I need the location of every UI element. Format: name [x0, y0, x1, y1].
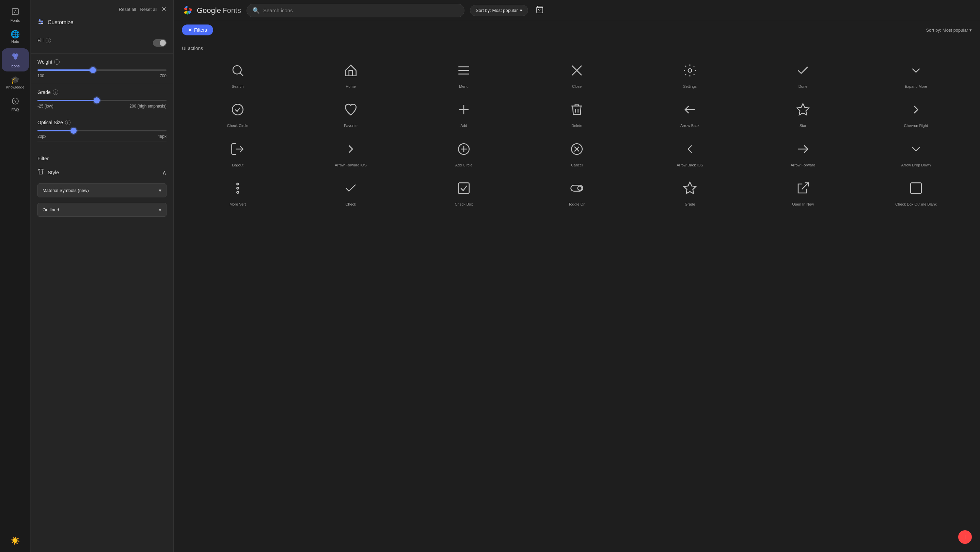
icon-glyph-star [796, 102, 810, 119]
icon-cell-star[interactable]: Star [747, 96, 859, 133]
icons-area: UI actions Search Home Menu Close Settin… [173, 39, 980, 552]
icon-cell-open-in-new[interactable]: Open In New [747, 174, 859, 212]
optical-size-label: Optical Size i [37, 120, 167, 125]
icon-cell-search[interactable]: Search [182, 57, 294, 94]
icon-glyph-check-box [457, 181, 471, 198]
filters-button[interactable]: ✕ Filters [182, 24, 213, 35]
variant-dropdown[interactable]: Outlined ▾ [37, 203, 167, 217]
sort-dropdown[interactable]: Sort by: Most popular ▾ [470, 5, 528, 16]
svg-rect-43 [910, 183, 921, 194]
help-icon: ? [11, 97, 19, 106]
fill-toggle[interactable] [153, 39, 167, 47]
icon-cell-check-box-outline-blank[interactable]: Check Box Outline Blank [860, 174, 972, 212]
icon-cell-arrow-back[interactable]: Arrow Back [634, 96, 746, 133]
icon-glyph-home [344, 63, 358, 80]
icon-label-close: Close [572, 84, 582, 89]
panel-header-actions: Reset all Reset all ✕ [119, 5, 167, 13]
icon-cell-favorite[interactable]: Favorite [295, 96, 407, 133]
svg-text:A: A [14, 10, 16, 14]
fill-info-icon[interactable]: i [46, 38, 51, 43]
optical-size-slider-thumb[interactable] [70, 128, 76, 134]
icon-cell-menu[interactable]: Menu [408, 57, 520, 94]
grade-section: Grade i -25 (low) 200 (high emphasis) [31, 84, 173, 114]
rail-item-faq[interactable]: ? FAQ [2, 94, 29, 115]
icon-cell-more-vert[interactable]: More Vert [182, 174, 294, 212]
rail-item-knowledge-label: Knowledge [6, 85, 24, 89]
icons-nav-icon [11, 52, 20, 63]
icon-label-add-circle: Add Circle [455, 163, 473, 167]
icon-glyph-settings [683, 63, 697, 80]
rail-item-icons[interactable]: Icons [2, 48, 29, 71]
icon-cell-delete[interactable]: Delete [521, 96, 633, 133]
search-input[interactable] [263, 8, 459, 13]
icon-glyph-menu [457, 63, 471, 80]
svg-point-22 [232, 105, 243, 115]
rail-item-fonts[interactable]: A Fonts [2, 4, 29, 26]
rail-item-knowledge[interactable]: 🎓 Knowledge [2, 73, 29, 92]
icon-cell-arrow-drop-down[interactable]: Arrow Drop Down [860, 135, 972, 173]
svg-point-14 [233, 66, 242, 74]
grade-slider-thumb[interactable] [94, 97, 100, 103]
weight-slider-thumb[interactable] [90, 67, 96, 73]
sort-secondary[interactable]: Sort by: Most popular ▾ [926, 28, 972, 33]
icon-cell-home[interactable]: Home [295, 57, 407, 94]
weight-range: 100 700 [37, 73, 167, 78]
icon-cell-arrow-forward-ios[interactable]: Arrow Forward iOS [295, 135, 407, 173]
icon-glyph-logout [231, 142, 245, 159]
icon-cell-cancel[interactable]: Cancel [521, 135, 633, 173]
svg-line-42 [802, 183, 808, 189]
optical-size-slider-track[interactable] [37, 130, 167, 132]
sun-icon: ☀️ [11, 537, 20, 544]
grade-info-icon[interactable]: i [53, 89, 58, 95]
reset-all-button[interactable]: Reset all [119, 7, 136, 12]
icon-cell-grade[interactable]: Grade [634, 174, 746, 212]
alert-button[interactable]: ! [958, 530, 972, 544]
icon-label-check-box: Check Box [455, 202, 473, 206]
icon-cell-chevron-right[interactable]: Chevron Right [860, 96, 972, 133]
icon-cell-done[interactable]: Done [747, 57, 859, 94]
close-panel-button[interactable]: ✕ [161, 5, 167, 13]
icon-cell-settings[interactable]: Settings [634, 57, 746, 94]
cart-button[interactable] [534, 3, 546, 17]
main-content: Google Fonts 🔍 Sort by: Most popular ▾ ✕… [173, 0, 980, 552]
icon-cell-check[interactable]: Check [295, 174, 407, 212]
side-rail: A Fonts 🌐 Noto Icons 🎓 Knowledge ? FAQ [0, 0, 31, 552]
icon-glyph-arrow-back [683, 102, 697, 119]
icon-glyph-check [344, 181, 358, 198]
icon-cell-add-circle[interactable]: Add Circle [408, 135, 520, 173]
icon-label-star: Star [800, 123, 807, 128]
style-header[interactable]: Style ∧ [31, 164, 173, 181]
icon-cell-toggle-on[interactable]: Toggle On [521, 174, 633, 212]
search-bar[interactable]: 🔍 [247, 4, 465, 17]
svg-point-11 [41, 21, 43, 22]
weight-info-icon[interactable]: i [54, 59, 60, 65]
icon-label-cancel: Cancel [571, 163, 582, 167]
svg-point-36 [237, 187, 239, 189]
sort-arrow-icon: ▾ [520, 8, 522, 13]
icon-cell-logout[interactable]: Logout [182, 135, 294, 173]
logo-text: Google Fonts [197, 6, 241, 15]
icon-glyph-grade [683, 181, 697, 198]
icon-cell-close[interactable]: Close [521, 57, 633, 94]
rail-item-noto[interactable]: 🌐 Noto [2, 27, 29, 47]
icon-cell-check-circle[interactable]: Check Circle [182, 96, 294, 133]
reset-label[interactable]: Reset all [140, 7, 158, 12]
icon-cell-expand-more[interactable]: Expand More [860, 57, 972, 94]
svg-text:?: ? [14, 99, 16, 104]
icon-glyph-favorite [344, 102, 358, 119]
grade-slider-track[interactable] [37, 100, 167, 101]
optical-size-range: 20px 48px [37, 134, 167, 139]
theme-toggle[interactable]: ☀️ [2, 534, 29, 548]
search-icon: 🔍 [252, 7, 260, 14]
optical-size-info-icon[interactable]: i [65, 120, 70, 125]
icon-label-grade: Grade [685, 202, 695, 206]
style-dropdown-row: Material Symbols (new) ▾ [31, 181, 173, 200]
svg-point-37 [237, 192, 239, 193]
weight-slider-track[interactable] [37, 70, 167, 71]
icon-cell-arrow-forward[interactable]: Arrow Forward [747, 135, 859, 173]
icon-cell-arrow-back-ios[interactable]: Arrow Back iOS [634, 135, 746, 173]
style-dropdown[interactable]: Material Symbols (new) ▾ [37, 184, 167, 197]
toggle-knob [160, 40, 166, 46]
icon-cell-check-box[interactable]: Check Box [408, 174, 520, 212]
icon-cell-add[interactable]: Add [408, 96, 520, 133]
